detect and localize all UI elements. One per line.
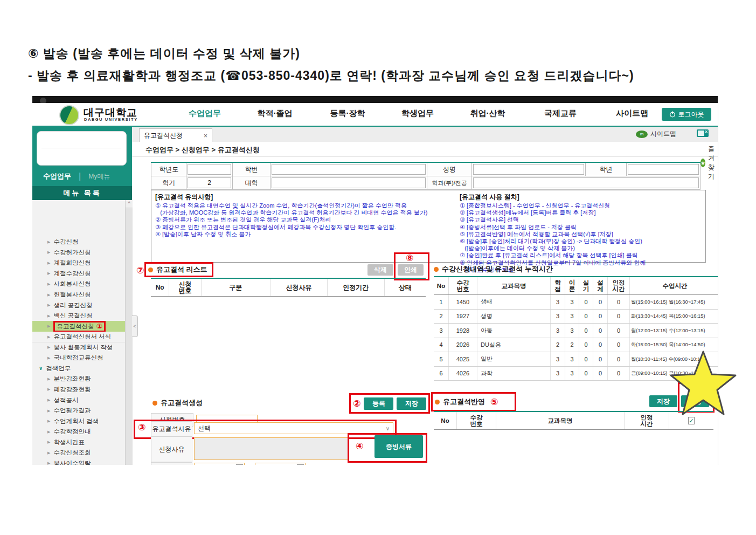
- table-row: 11450생태33000월(15:00~16:15) 월(16:30~17:45…: [434, 295, 718, 310]
- sidebar-item-grade-notice[interactable]: ▶성적공시: [32, 395, 125, 406]
- nav-international[interactable]: 국제교류: [531, 108, 590, 119]
- logout-button[interactable]: 로그아웃: [662, 108, 711, 121]
- annotation-mark-4: ④: [356, 442, 363, 451]
- notice-left: [유고결석 유의사항] ① 유고결석 적용은 대면수업 및 실시간 Zoom 수…: [155, 191, 427, 238]
- notice-box: [유고결석 유의사항] ① 유고결석 적용은 대면수업 및 실시간 Zoom 수…: [151, 190, 706, 263]
- sidebar-scrollbar[interactable]: ^: [125, 200, 133, 465]
- sidebar-item-vaccine-absence[interactable]: ▶백신 공결신청: [32, 311, 125, 322]
- cell-no: 6: [434, 366, 449, 381]
- sidebar-item-menstrual-absence[interactable]: ▶생리 공결신청: [32, 300, 125, 311]
- detail-textarea[interactable]: [194, 437, 349, 460]
- new-window-icon[interactable]: [697, 129, 709, 137]
- nav-classwork[interactable]: 수업업무: [175, 108, 234, 119]
- sidebar-item-syllabus-search[interactable]: ▶수업계획서 검색: [32, 416, 125, 427]
- sitemap-shortcut[interactable]: m 사이트맵: [636, 129, 676, 139]
- sidebar-item-seasonal-sugang[interactable]: ▶계절수강신청: [32, 269, 125, 280]
- reason-label: 유고결석사유: [151, 421, 192, 436]
- apply-save-button[interactable]: 저장: [649, 395, 677, 407]
- period-start-input[interactable]: [194, 463, 245, 465]
- annotation-note-line1: ⑥ 발송 (발송 후에는 데이터 수정 및 삭제 불가): [28, 45, 300, 62]
- sidebar-item-label: 폐강강좌현황: [53, 386, 91, 394]
- chevron-down-icon: ∨: [386, 426, 390, 431]
- sidebar-group-search[interactable]: ∨검색업무: [32, 363, 125, 375]
- sidebar-item-service-record[interactable]: ▶봉사이수열람: [32, 458, 125, 465]
- calendar-icon[interactable]: [236, 464, 243, 465]
- triangle-right-icon: ▶: [47, 282, 50, 286]
- table-row: 54025일반33000월(10:30~11:45) 수(09:00~10:15…: [434, 352, 718, 367]
- nav-sitemap[interactable]: 사이트맵: [602, 108, 662, 119]
- period-end-input[interactable]: [255, 463, 306, 465]
- cell-code: 1928: [449, 324, 477, 338]
- sidebar-item-sugang-permit[interactable]: ▶수강허가신청: [32, 248, 125, 259]
- nav-records-graduation[interactable]: 학적·졸업: [245, 108, 304, 119]
- notice-line: ([발송]이후에는 데이터 수정 및 삭제 불가): [460, 245, 646, 252]
- delete-button[interactable]: 삭제: [367, 264, 393, 276]
- sidebar-item-service-plan[interactable]: ▶봉사 활동계획서 작성: [32, 342, 125, 354]
- sidebar-item-credit-exchange[interactable]: ▶국내학점교류신청: [32, 353, 125, 364]
- triangle-right-icon: ▶: [47, 356, 50, 360]
- apply-col-code: 수강 번호: [457, 411, 496, 430]
- list-section-title-wrap: 유고결석 리스트: [148, 265, 207, 275]
- favorite-shortcut[interactable]: ★ 즐겨찾기: [700, 145, 718, 181]
- list-col-no: No: [151, 278, 169, 297]
- cell-recognized: 0: [608, 295, 630, 310]
- evidence-button[interactable]: 증빙서류: [374, 435, 423, 458]
- sidebar-item-social-service[interactable]: ▶사회봉사신청: [32, 279, 125, 290]
- courses-section-title-wrap: 수강신청내역 및 유고결석 누적시간: [434, 264, 553, 274]
- sidebar-item-class-division[interactable]: ▶분반강좌현황: [32, 374, 125, 385]
- sidebar-item-blood-service[interactable]: ▶헌혈봉사신청: [32, 290, 125, 301]
- register-button[interactable]: 등록: [364, 397, 393, 410]
- grade-input[interactable]: [628, 164, 699, 175]
- table-row: 64026과학33000금(09:00~10:15) 금(10:30~11:45…: [434, 366, 718, 381]
- sidebar-item-eval-result[interactable]: ▶수업평가결과: [32, 406, 125, 417]
- sidebar-item-sugang-lookup[interactable]: ▶수강신청조회: [32, 448, 125, 459]
- apply-section-title: 유고결석반영: [443, 397, 485, 407]
- courses-col-recognized: 인정 시간: [608, 277, 630, 295]
- college-input[interactable]: [272, 177, 426, 188]
- studentno-input[interactable]: [272, 164, 426, 175]
- nav-registration-scholarship[interactable]: 등록·장학: [318, 108, 377, 119]
- notice-line: ① 유고결석 적용은 대면수업 및 실시간 Zoom 수업, 학습기간(출석인정…: [155, 202, 427, 209]
- cell-practice: 0: [579, 352, 593, 367]
- grade-label: 학년: [585, 162, 626, 176]
- semester-input[interactable]: [188, 177, 231, 188]
- college-label: 대학: [232, 176, 270, 190]
- tab-absence-apply[interactable]: 유고결석신청 ×: [139, 128, 212, 142]
- sidebar-item-label: 수강신청조회: [53, 449, 91, 457]
- dept-input[interactable]: [473, 177, 699, 188]
- sidebar-tab-mymenu[interactable]: My메뉴: [88, 172, 110, 181]
- sidebar-item-absence-form[interactable]: ▶유고결석신청서 서식: [32, 332, 125, 343]
- cell-recognized: 0: [608, 352, 630, 367]
- nav-career-industry[interactable]: 취업·산학: [458, 108, 517, 119]
- sidebar-item-label: 생리 공결신청: [53, 301, 92, 310]
- collapse-sidebar-handle[interactable]: <: [132, 315, 138, 337]
- reason-select[interactable]: 선택 ∨: [194, 422, 393, 434]
- year-input[interactable]: [188, 164, 231, 175]
- sidebar: 수업업무 | My메뉴 메뉴 목록 ▶수강신청 ▶수강허가신청 ▶계절희망신청 …: [32, 127, 132, 465]
- logout-label: 로그아웃: [678, 110, 704, 119]
- name-input[interactable]: [473, 164, 584, 175]
- sidebar-item-sugang[interactable]: ▶수강신청: [32, 237, 125, 248]
- select-all-checkbox[interactable]: ✓: [688, 417, 694, 424]
- scroll-up-icon[interactable]: ^: [126, 200, 133, 208]
- detail-label: 신청사유: [151, 436, 192, 462]
- sidebar-item-credit-guide[interactable]: ▶수강학점안내: [32, 427, 125, 438]
- sidebar-item-closed-courses[interactable]: ▶폐강강좌현황: [32, 385, 125, 396]
- sidebar-item-absence-apply[interactable]: ▶ 유고결석신청 ①: [32, 321, 125, 332]
- period-inputs: ~: [194, 463, 306, 465]
- triangle-right-icon: ▶: [47, 261, 50, 265]
- nav-student-affairs[interactable]: 학생업무: [388, 108, 447, 119]
- send-button[interactable]: 발송: [681, 395, 709, 407]
- sidebar-item-seasonal-hope[interactable]: ▶계절희망신청: [32, 258, 125, 269]
- sidebar-tab-classwork[interactable]: 수업업무: [43, 172, 71, 181]
- sidebar-tab-divider: |: [79, 172, 81, 181]
- document-tabbar: 유고결석신청 × m 사이트맵: [132, 127, 718, 142]
- sidebar-item-student-timetable[interactable]: ▶학생시간표: [32, 437, 125, 448]
- notice-line: ② 증빙서류가 위조 또는 변조된 것일 경우 해당 교과목 실격(F)처리: [155, 216, 427, 223]
- save-button[interactable]: 저장: [397, 397, 426, 410]
- notice-right-title: [유고결석 사용 절차]: [460, 193, 646, 202]
- calendar-icon[interactable]: [297, 464, 304, 465]
- semester-label: 학기: [151, 176, 186, 190]
- close-icon[interactable]: ×: [204, 132, 207, 140]
- university-logo: [59, 105, 79, 125]
